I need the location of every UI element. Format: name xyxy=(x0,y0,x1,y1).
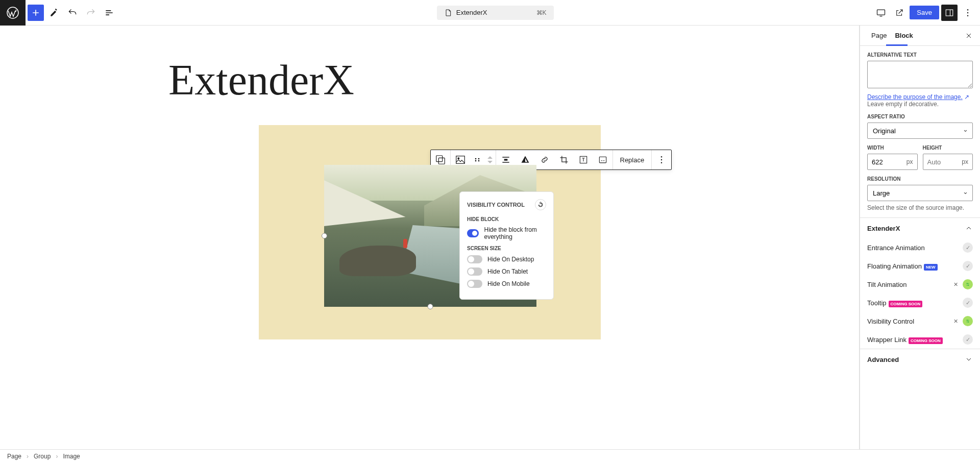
crop-button[interactable] xyxy=(554,150,574,169)
hide-tablet-toggle[interactable] xyxy=(467,267,482,276)
remove-icon[interactable]: ✕ xyxy=(950,279,961,289)
svg-point-10 xyxy=(475,158,476,160)
undo-button[interactable] xyxy=(64,5,81,21)
check-icon[interactable]: ✓ xyxy=(963,298,973,308)
visibility-control-row[interactable]: Visibility Control✕ xyxy=(860,312,980,330)
hide-everything-label: Hide the block from everything xyxy=(484,226,546,240)
page-title[interactable]: ExtenderX xyxy=(168,55,859,105)
popover-title: VISIBILITY CONTROL xyxy=(467,202,525,208)
alt-text-label: ALTERNATIVE TEXT xyxy=(867,52,973,58)
settings-sidebar: Page Block ALTERNATIVE TEXT Describe the… xyxy=(860,26,980,449)
breadcrumb-item[interactable]: Group xyxy=(34,453,51,460)
hide-desktop-label: Hide On Desktop xyxy=(487,256,534,263)
coming-soon-badge: COMING SOON xyxy=(909,337,943,344)
width-input[interactable] xyxy=(868,158,902,166)
hide-block-label: HIDE BLOCK xyxy=(467,216,546,222)
resize-handle-bottom[interactable] xyxy=(427,304,433,309)
check-icon[interactable]: ✓ xyxy=(963,261,973,271)
aspect-ratio-label: ASPECT RATIO xyxy=(867,114,973,119)
save-button[interactable]: Save xyxy=(910,6,939,19)
svg-point-4 xyxy=(967,12,969,13)
svg-point-17 xyxy=(661,159,663,161)
hide-desktop-toggle[interactable] xyxy=(467,255,482,263)
alt-text-link[interactable]: Describe the purpose of the image. xyxy=(867,93,963,101)
tab-block[interactable]: Block xyxy=(891,27,917,44)
svg-rect-6 xyxy=(436,156,442,162)
document-title-button[interactable]: ExtenderX ⌘K xyxy=(437,6,554,20)
entrance-animation-row[interactable]: Entrance Animation✓ xyxy=(860,238,980,257)
svg-rect-1 xyxy=(877,10,885,15)
extenderx-title: ExtenderX xyxy=(867,225,900,232)
resolution-select[interactable]: Large xyxy=(867,185,973,201)
hide-mobile-toggle[interactable] xyxy=(467,280,482,288)
wrapper-link-row[interactable]: Wrapper LinkCOMING SOON✓ xyxy=(860,330,980,349)
settings-chip-icon[interactable] xyxy=(963,316,973,326)
svg-rect-15 xyxy=(599,157,606,163)
caption-button[interactable] xyxy=(593,150,612,169)
text-overlay-button[interactable] xyxy=(574,150,593,169)
hide-everything-toggle[interactable] xyxy=(467,229,479,237)
breadcrumb-item[interactable]: Image xyxy=(63,453,80,460)
document-title: ExtenderX xyxy=(456,9,487,16)
page-icon xyxy=(444,9,452,17)
tooltip-row[interactable]: TooltipCOMING SOON✓ xyxy=(860,294,980,312)
edit-mode-button[interactable] xyxy=(46,5,62,21)
floating-animation-row[interactable]: Floating AnimationNEW✓ xyxy=(860,257,980,275)
hide-tablet-label: Hide On Tablet xyxy=(487,268,528,275)
breadcrumb: Page› Group› Image xyxy=(0,449,980,463)
wp-logo[interactable] xyxy=(0,0,26,26)
svg-point-18 xyxy=(661,162,663,164)
redo-button[interactable] xyxy=(83,5,99,21)
extenderx-panel-header[interactable]: ExtenderX xyxy=(860,217,980,238)
advanced-panel-header[interactable]: Advanced xyxy=(860,349,980,370)
svg-point-16 xyxy=(661,156,663,158)
add-block-button[interactable] xyxy=(28,5,44,21)
aspect-ratio-select[interactable]: Original xyxy=(867,123,973,139)
height-unit: px xyxy=(958,158,972,165)
view-desktop-button[interactable] xyxy=(873,5,889,21)
settings-panel-toggle[interactable] xyxy=(941,5,958,21)
resize-handle-left[interactable] xyxy=(322,233,327,239)
width-unit: px xyxy=(902,158,917,165)
open-external-button[interactable] xyxy=(891,5,908,21)
chevron-up-icon xyxy=(965,224,973,232)
svg-point-3 xyxy=(967,9,969,10)
alt-text-input[interactable] xyxy=(867,61,973,88)
check-icon[interactable]: ✓ xyxy=(963,242,973,253)
tab-page[interactable]: Page xyxy=(867,27,891,44)
kbd-hint: ⌘K xyxy=(536,9,547,16)
alt-text-hint: Leave empty if decorative. xyxy=(867,101,973,108)
svg-point-11 xyxy=(478,158,479,160)
height-input[interactable] xyxy=(923,158,958,166)
height-label: HEIGHT xyxy=(923,145,973,151)
close-sidebar-button[interactable] xyxy=(965,32,973,40)
tilt-animation-row[interactable]: Tilt Animation✕ xyxy=(860,275,980,294)
svg-point-9 xyxy=(457,158,459,159)
screen-size-label: SCREEN SIZE xyxy=(467,246,546,251)
replace-button[interactable]: Replace xyxy=(613,150,652,169)
resolution-label: RESOLUTION xyxy=(867,176,973,182)
width-label: WIDTH xyxy=(867,145,918,151)
visibility-control-popover: VISIBILITY CONTROL HIDE BLOCK Hide the b… xyxy=(459,191,554,300)
svg-point-12 xyxy=(475,160,476,162)
settings-chip-icon[interactable] xyxy=(963,279,973,289)
breadcrumb-item[interactable]: Page xyxy=(7,453,21,460)
reset-button[interactable] xyxy=(535,199,546,210)
remove-icon[interactable]: ✕ xyxy=(950,316,961,326)
more-menu-button[interactable] xyxy=(960,5,976,21)
editor-canvas[interactable]: ExtenderX Replace xyxy=(0,26,860,449)
svg-rect-8 xyxy=(456,156,464,164)
block-more-button[interactable] xyxy=(652,150,671,169)
document-overview-button[interactable] xyxy=(101,5,117,21)
link-button[interactable] xyxy=(535,150,554,169)
svg-rect-7 xyxy=(438,158,445,164)
chevron-down-icon xyxy=(965,355,973,363)
new-badge: NEW xyxy=(924,264,938,271)
topbar: ExtenderX ⌘K Save xyxy=(0,0,980,26)
hide-mobile-label: Hide On Mobile xyxy=(487,280,530,287)
advanced-title: Advanced xyxy=(867,356,899,363)
resolution-hint: Select the size of the source image. xyxy=(867,204,973,211)
check-icon[interactable]: ✓ xyxy=(963,334,973,345)
external-icon: ↗ xyxy=(964,93,969,101)
svg-point-13 xyxy=(478,160,479,162)
